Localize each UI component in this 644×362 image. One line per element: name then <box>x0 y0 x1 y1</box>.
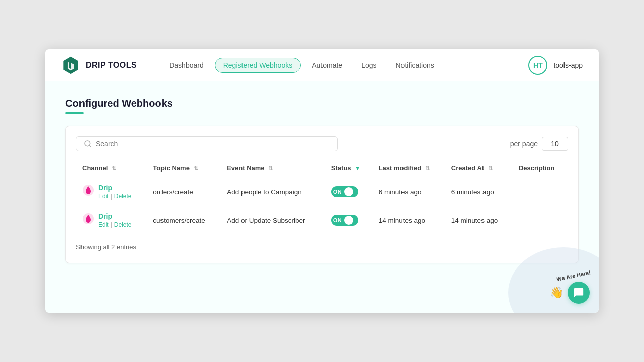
logo-text: DRIP TOOLS <box>86 61 137 70</box>
sort-created-icon[interactable]: ⇅ <box>488 165 493 172</box>
toggle-knob-1 <box>344 216 353 225</box>
col-topic-name: Topic Name ⇅ <box>147 159 221 177</box>
toggle-label-0: ON <box>333 189 342 195</box>
per-page-label: per page <box>510 140 538 148</box>
cell-status-1: ON <box>325 206 373 235</box>
channel-info-0: Drip Edit | Delete <box>98 184 132 200</box>
drip-logo-icon-1 <box>82 213 94 225</box>
channel-actions-0: Edit | Delete <box>98 193 132 200</box>
table-toolbar: per page <box>76 136 568 151</box>
table-body: Drip Edit | Delete orders/create <box>76 177 568 235</box>
channel-cell-1: Drip Edit | Delete <box>82 212 141 228</box>
per-page-area: per page <box>510 137 568 151</box>
nav-notifications[interactable]: Notifications <box>387 58 442 72</box>
cell-desc-0 <box>513 177 568 206</box>
account-name: tools-app <box>553 61 583 69</box>
browser-window: DRIP TOOLS Dashboard Registered Webhooks… <box>45 49 599 313</box>
edit-btn-0[interactable]: Edit <box>98 193 109 200</box>
channel-name-1[interactable]: Drip <box>98 212 132 220</box>
webhooks-table: Channel ⇅ Topic Name ⇅ Event Name ⇅ St <box>76 159 568 234</box>
channel-actions-1: Edit | Delete <box>98 221 132 228</box>
search-input[interactable] <box>96 140 330 148</box>
nav-registered-webhooks[interactable]: Registered Webhooks <box>215 58 301 73</box>
table-row: Drip Edit | Delete orders/create <box>76 177 568 206</box>
nav-links: Dashboard Registered Webhooks Automate L… <box>161 58 528 73</box>
toggle-wrap-0: ON <box>331 186 367 197</box>
col-status: Status ▼ <box>325 159 373 177</box>
cell-topic-0: orders/create <box>147 177 221 206</box>
table-head: Channel ⇅ Topic Name ⇅ Event Name ⇅ St <box>76 159 568 177</box>
chat-emoji: 👋 <box>550 286 564 299</box>
per-page-input[interactable] <box>542 137 568 151</box>
cell-channel-0: Drip Edit | Delete <box>76 177 147 206</box>
drip-logo-icon <box>82 184 94 196</box>
channel-cell-0: Drip Edit | Delete <box>82 184 141 200</box>
cell-desc-1 <box>513 206 568 235</box>
toggle-0[interactable]: ON <box>331 186 358 197</box>
navbar: DRIP TOOLS Dashboard Registered Webhooks… <box>45 49 599 81</box>
cell-event-1: Add or Update Subscriber <box>221 206 325 235</box>
sep-1: | <box>111 221 112 228</box>
edit-btn-1[interactable]: Edit <box>98 221 109 228</box>
toggle-label-1: ON <box>333 217 342 223</box>
chat-icons-row: 👋 <box>550 282 590 304</box>
chat-label: We Are Here! <box>556 269 591 282</box>
col-channel: Channel ⇅ <box>76 159 147 177</box>
cell-event-0: Add people to Campaign <box>221 177 325 206</box>
search-box <box>76 136 338 151</box>
nav-automate[interactable]: Automate <box>304 58 350 72</box>
entries-note: Showing all 2 entries <box>76 243 568 251</box>
sort-modified-icon[interactable]: ⇅ <box>425 165 430 172</box>
sort-status-icon[interactable]: ▼ <box>355 165 360 171</box>
page-title: Configured Webhooks <box>65 98 579 109</box>
cell-created-0: 6 minutes ago <box>445 177 513 206</box>
col-created-at: Created At ⇅ <box>445 159 513 177</box>
cell-channel-1: Drip Edit | Delete <box>76 206 147 235</box>
cell-created-1: 14 minutes ago <box>445 206 513 235</box>
table-container: per page Channel ⇅ Topic Name ⇅ <box>65 126 579 263</box>
col-event-name: Event Name ⇅ <box>221 159 325 177</box>
logo-icon <box>61 56 80 75</box>
nav-right: HT tools-app <box>528 56 583 75</box>
cell-status-0: ON <box>325 177 373 206</box>
toggle-1[interactable]: ON <box>331 215 358 226</box>
toggle-knob-0 <box>344 187 353 196</box>
delete-btn-1[interactable]: Delete <box>114 221 132 228</box>
nav-logs[interactable]: Logs <box>353 58 384 72</box>
col-description: Description <box>513 159 568 177</box>
sort-event-icon[interactable]: ⇅ <box>268 165 273 172</box>
table-header-row: Channel ⇅ Topic Name ⇅ Event Name ⇅ St <box>76 159 568 177</box>
main-content: Configured Webhooks per page <box>45 81 599 313</box>
chat-bubble-icon <box>573 287 584 298</box>
avatar[interactable]: HT <box>528 56 547 75</box>
col-last-modified: Last modified ⇅ <box>373 159 445 177</box>
table-row: Drip Edit | Delete customers/create <box>76 206 568 235</box>
toggle-wrap-1: ON <box>331 215 367 226</box>
sep-0: | <box>111 193 112 200</box>
cell-modified-1: 14 minutes ago <box>373 206 445 235</box>
chat-widget: We Are Here! 👋 <box>550 274 590 304</box>
logo-area[interactable]: DRIP TOOLS <box>61 56 137 75</box>
cell-modified-0: 6 minutes ago <box>373 177 445 206</box>
channel-info-1: Drip Edit | Delete <box>98 212 132 228</box>
chat-button[interactable] <box>568 282 590 304</box>
search-icon <box>84 140 92 148</box>
delete-btn-0[interactable]: Delete <box>114 193 132 200</box>
nav-dashboard[interactable]: Dashboard <box>161 58 212 72</box>
svg-line-1 <box>89 145 91 147</box>
channel-name-0[interactable]: Drip <box>98 184 132 192</box>
sort-channel-icon[interactable]: ⇅ <box>112 165 116 172</box>
title-underline <box>65 112 84 114</box>
cell-topic-1: customers/create <box>147 206 221 235</box>
sort-topic-icon[interactable]: ⇅ <box>194 165 198 172</box>
